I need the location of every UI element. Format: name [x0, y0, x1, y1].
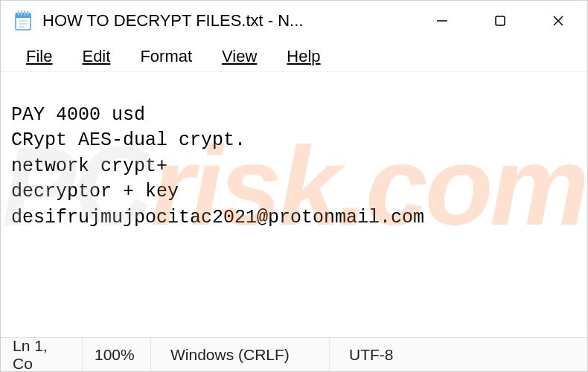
notepad-icon	[14, 10, 32, 31]
menu-format[interactable]: Format	[125, 42, 207, 71]
menu-file[interactable]: File	[11, 42, 67, 71]
maximize-button[interactable]	[471, 1, 529, 41]
titlebar[interactable]: HOW TO DECRYPT FILES.txt - N...	[1, 1, 587, 41]
svg-rect-5	[27, 10, 28, 16]
close-button[interactable]	[529, 1, 587, 41]
statusbar: Ln 1, Co 100% Windows (CRLF) UTF-8	[1, 337, 587, 371]
window-controls	[413, 1, 587, 41]
text-editor-area[interactable]: PAY 4000 usd CRypt AES-dual crypt. netwo…	[1, 72, 587, 337]
menu-help[interactable]: Help	[272, 42, 335, 71]
svg-rect-10	[496, 16, 505, 25]
window-title: HOW TO DECRYPT FILES.txt - N...	[42, 11, 413, 31]
notepad-window: HOW TO DECRYPT FILES.txt - N... File Edi…	[0, 0, 588, 372]
status-line-ending: Windows (CRLF)	[151, 338, 330, 371]
status-encoding: UTF-8	[330, 338, 587, 371]
status-cursor-position: Ln 1, Co	[1, 338, 83, 371]
menubar: File Edit Format View Help	[1, 41, 587, 72]
status-zoom: 100%	[83, 338, 151, 371]
svg-rect-2	[18, 10, 19, 16]
svg-rect-4	[24, 10, 25, 16]
minimize-button[interactable]	[413, 1, 471, 41]
menu-edit[interactable]: Edit	[67, 42, 125, 71]
menu-view[interactable]: View	[207, 42, 272, 71]
svg-rect-3	[21, 10, 22, 16]
